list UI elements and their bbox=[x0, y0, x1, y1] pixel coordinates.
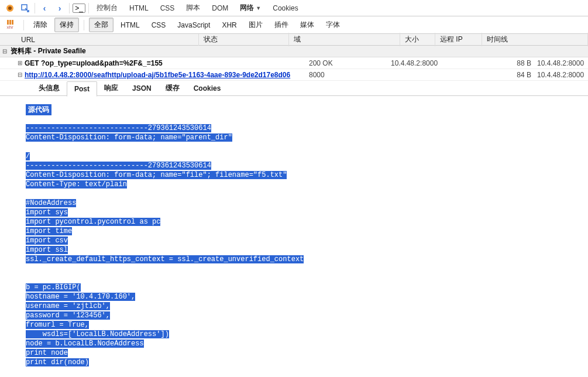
inspect-icon[interactable] bbox=[18, 2, 32, 15]
source-line: Content-Disposition: form-data; name="pa… bbox=[26, 133, 588, 142]
source-title: 源代码 bbox=[26, 104, 51, 115]
request-url: GET ?op_type=upload&path=%2F&_=155 bbox=[22, 59, 309, 67]
request-row[interactable]: ⊞ GET ?op_type=upload&path=%2F&_=155 200… bbox=[0, 57, 588, 69]
detail-tab-cache[interactable]: 缓存 bbox=[159, 80, 187, 96]
tab-dom[interactable]: DOM bbox=[206, 2, 234, 15]
request-ip: 10.4.48.2:8000 bbox=[537, 59, 588, 67]
filter-fonts[interactable]: 字体 bbox=[320, 18, 346, 32]
source-line: import csv bbox=[26, 236, 588, 245]
source-line: import sys bbox=[26, 208, 588, 217]
filter-css[interactable]: CSS bbox=[146, 19, 172, 32]
xhr-filter-icon[interactable]: xhr bbox=[2, 18, 18, 33]
tab-cookies[interactable]: Cookies bbox=[267, 2, 304, 15]
collapse-icon[interactable]: ⊟ bbox=[1, 48, 8, 54]
source-line bbox=[26, 142, 588, 152]
clear-button[interactable]: 清除 bbox=[29, 18, 52, 32]
filter-plugins[interactable]: 插件 bbox=[269, 18, 294, 32]
console-toggle-icon[interactable]: >_ bbox=[72, 2, 86, 15]
col-status[interactable]: 状态 bbox=[199, 33, 289, 46]
filter-js[interactable]: JavaScript bbox=[171, 19, 216, 32]
col-url[interactable]: URL bbox=[0, 34, 199, 46]
source-line: wsdls=['LocalLB.NodeAddress']) bbox=[26, 330, 588, 339]
detail-tab-cookies[interactable]: Cookies bbox=[187, 81, 228, 95]
tab-network-label: 网络 bbox=[240, 4, 254, 12]
source-line bbox=[26, 264, 588, 273]
detail-tab-json[interactable]: JSON bbox=[125, 81, 159, 95]
network-columns-header: URL 状态 域 大小 远程 IP 时间线 bbox=[0, 34, 588, 46]
tab-console[interactable]: 控制台 bbox=[91, 1, 123, 15]
repo-label: 资料库 - Private Seafile bbox=[8, 46, 86, 56]
source-line: b = pc.BIGIP( bbox=[26, 283, 588, 292]
post-source-panel: 源代码 -----------------------------2793612… bbox=[0, 96, 588, 377]
request-link[interactable]: http://10.4.48.2:8000/seafhttp/upload-aj… bbox=[25, 71, 290, 79]
source-line: import time bbox=[26, 227, 588, 236]
source-line: #NodeAddress bbox=[26, 198, 588, 208]
forward-button[interactable]: › bbox=[53, 2, 67, 15]
request-ip: 10.4.48.2:8000 bbox=[537, 71, 588, 79]
source-line bbox=[26, 273, 588, 283]
source-line: / bbox=[26, 152, 588, 161]
source-line: Content-Disposition: form-data; name="fi… bbox=[26, 170, 588, 180]
source-line: Content-Type: text/plain bbox=[26, 180, 588, 189]
detail-tab-headers[interactable]: 头信息 bbox=[32, 80, 67, 96]
source-line: print node bbox=[26, 348, 588, 358]
collapse-icon[interactable]: ⊟ bbox=[18, 71, 22, 78]
request-status: 200 OK bbox=[309, 59, 391, 67]
source-line bbox=[26, 189, 588, 198]
source-line: import ssl bbox=[26, 245, 588, 255]
source-body[interactable]: -----------------------------27936124353… bbox=[26, 124, 588, 377]
filter-all-button[interactable]: 全部 bbox=[89, 18, 114, 32]
network-toolbar: xhr 清除 保持 全部 HTML CSS JavaScript XHR 图片 … bbox=[0, 16, 588, 34]
separator bbox=[69, 3, 70, 13]
repo-group-row[interactable]: ⊟ 资料库 - Private Seafile bbox=[0, 46, 588, 57]
col-size[interactable]: 大小 bbox=[400, 33, 435, 46]
col-remote-ip[interactable]: 远程 IP bbox=[435, 33, 482, 46]
main-toolbar: ‹ › >_ 控制台 HTML CSS 脚本 DOM 网络▼ Cookies bbox=[0, 0, 588, 16]
source-line: print dir(node) bbox=[26, 358, 588, 367]
request-status: 8000 bbox=[309, 71, 391, 79]
request-domain: 10.4.48.2:8000 bbox=[391, 59, 496, 67]
separator bbox=[84, 20, 84, 30]
detail-tab-response[interactable]: 响应 bbox=[97, 80, 125, 96]
request-row[interactable]: ⊟ http://10.4.48.2:8000/seafhttp/upload-… bbox=[0, 69, 588, 81]
col-domain[interactable]: 域 bbox=[289, 33, 400, 46]
source-line: username = 'zjtlcb', bbox=[26, 301, 588, 311]
request-url: http://10.4.48.2:8000/seafhttp/upload-aj… bbox=[22, 71, 309, 79]
separator bbox=[88, 3, 89, 13]
source-line: fromurl = True, bbox=[26, 320, 588, 330]
source-line: password = '123456', bbox=[26, 311, 588, 320]
svg-point-1 bbox=[8, 6, 12, 10]
tab-css[interactable]: CSS bbox=[154, 2, 181, 15]
source-line bbox=[26, 367, 588, 376]
separator bbox=[23, 20, 24, 30]
detail-tab-post[interactable]: Post bbox=[67, 81, 97, 97]
request-detail-tabs: 头信息 Post 响应 JSON 缓存 Cookies bbox=[0, 81, 588, 96]
tab-network[interactable]: 网络▼ bbox=[234, 1, 267, 15]
source-line: import pycontrol.pycontrol as pc bbox=[26, 217, 588, 227]
request-size: 88 B bbox=[496, 59, 537, 67]
tab-script[interactable]: 脚本 bbox=[180, 1, 206, 15]
source-line: hostname = '10.4.170.160', bbox=[26, 292, 588, 301]
filter-xhr[interactable]: XHR bbox=[216, 19, 242, 32]
tab-html[interactable]: HTML bbox=[123, 2, 154, 15]
separator bbox=[35, 3, 35, 13]
filter-html[interactable]: HTML bbox=[115, 19, 146, 32]
source-line: node = b.LocalLB.NodeAddress bbox=[26, 339, 588, 348]
expand-icon[interactable]: ⊞ bbox=[18, 60, 22, 66]
filter-images[interactable]: 图片 bbox=[243, 18, 269, 32]
xhr-label: xhr bbox=[6, 25, 13, 30]
source-line: ssl._create_default_https_context = ssl.… bbox=[26, 255, 588, 264]
col-timeline[interactable]: 时间线 bbox=[482, 33, 588, 46]
filter-media[interactable]: 媒体 bbox=[294, 18, 320, 32]
request-size: 84 B bbox=[496, 71, 537, 79]
source-line: -----------------------------27936124353… bbox=[26, 124, 588, 133]
source-line: -----------------------------27936124353… bbox=[26, 161, 588, 170]
back-button[interactable]: ‹ bbox=[37, 2, 51, 15]
persist-button[interactable]: 保持 bbox=[54, 18, 79, 32]
chevron-down-icon[interactable]: ▼ bbox=[256, 5, 261, 11]
firebug-icon[interactable] bbox=[3, 2, 17, 15]
